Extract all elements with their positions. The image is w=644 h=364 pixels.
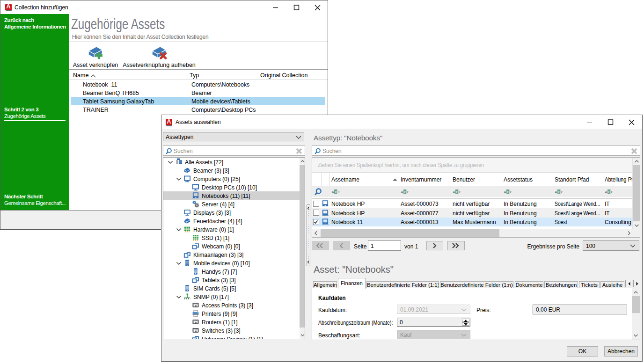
svg-text:A: A xyxy=(555,190,557,194)
svg-text:B: B xyxy=(404,190,406,194)
svg-text:A: A xyxy=(332,190,334,194)
svg-text:C: C xyxy=(510,190,512,194)
svg-text:A: A xyxy=(453,190,455,194)
svg-text:A: A xyxy=(605,190,607,194)
svg-text:A: A xyxy=(401,190,403,194)
svg-text:C: C xyxy=(407,190,409,194)
svg-text:C: C xyxy=(561,190,563,194)
svg-text:B: B xyxy=(335,190,337,194)
svg-text:C: C xyxy=(611,190,613,194)
svg-text:A: A xyxy=(504,190,506,194)
svg-text:B: B xyxy=(456,190,458,194)
svg-text:B: B xyxy=(608,190,610,194)
svg-text:C: C xyxy=(337,190,340,194)
svg-text:B: B xyxy=(558,190,560,194)
svg-text:C: C xyxy=(459,190,461,194)
svg-text:B: B xyxy=(507,190,509,194)
